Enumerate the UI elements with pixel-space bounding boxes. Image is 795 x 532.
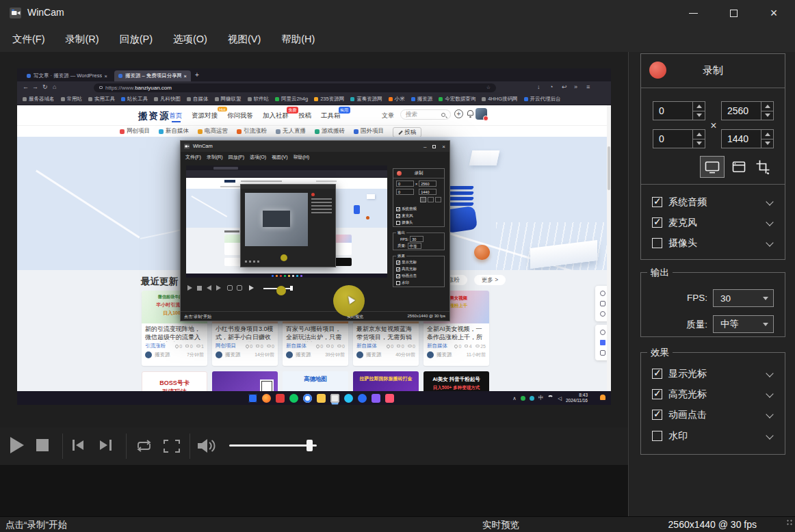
play-button[interactable] bbox=[10, 437, 24, 453]
menu-view[interactable]: 视图(V) bbox=[228, 33, 261, 46]
nav-active-underline bbox=[172, 121, 181, 122]
fps-select[interactable]: 30 bbox=[713, 289, 774, 307]
record-button[interactable]: 录制 bbox=[641, 54, 785, 88]
tray-expand-icon: ∧ bbox=[512, 395, 517, 401]
volume-slider-thumb[interactable] bbox=[307, 440, 313, 451]
search-icon bbox=[441, 113, 445, 117]
source-microphone[interactable]: 麦克风 bbox=[641, 214, 785, 232]
quality-select[interactable]: 中等 bbox=[713, 315, 774, 333]
close-button[interactable]: × bbox=[758, 0, 790, 26]
animate-click-checkbox[interactable] bbox=[652, 410, 662, 420]
taskbar-app-icon bbox=[303, 394, 312, 403]
nested-wincam-window: WinCam –× 文件(F)录制(R)回放(P) 选项(O)视图(V)帮助(H… bbox=[180, 140, 450, 321]
nested-effects-panel: 效果 显示光标 高亮光标 动画点击 水印 bbox=[393, 256, 445, 287]
taskbar-app-icon bbox=[344, 394, 353, 403]
extension-icon: ◔ bbox=[549, 83, 553, 90]
live-preview[interactable]: 写文章 · 搬资源 — WordPress × 搬资源 – 免费项目分享网 × … bbox=[17, 68, 611, 405]
effect-highlight-cursor[interactable]: 高亮光标 bbox=[641, 386, 785, 403]
history-icon: ↩ bbox=[562, 83, 567, 90]
menu-help[interactable]: 帮助(H) bbox=[281, 33, 315, 46]
system-audio-checkbox[interactable] bbox=[652, 197, 662, 207]
monitor-icon bbox=[704, 160, 720, 174]
chevron-down-icon[interactable] bbox=[766, 410, 773, 418]
recent-title: 最近更新 bbox=[141, 276, 178, 288]
mode-crop-button[interactable] bbox=[752, 156, 773, 178]
volume-slider-track[interactable] bbox=[229, 444, 317, 447]
nested-output-panel: 输出 FPS:30 质量:中等 bbox=[393, 232, 445, 250]
effect-watermark[interactable]: 水印 bbox=[641, 427, 785, 445]
record-panel: 录制 × bbox=[640, 53, 785, 260]
region-height-input[interactable] bbox=[721, 129, 774, 148]
menu-record[interactable]: 录制(R) bbox=[66, 33, 99, 46]
more-pill: 更多 > bbox=[474, 275, 506, 285]
pencil-icon bbox=[398, 130, 402, 134]
window-title: WinCam bbox=[27, 7, 64, 18]
resize-grip[interactable] bbox=[786, 519, 793, 526]
output-title: 输出 bbox=[647, 267, 673, 279]
chevron-down-icon[interactable] bbox=[766, 431, 773, 439]
browser-urlbar: ← → ↻ ⌂ https://www.banziyuan.com ☆ ↓ ◔ … bbox=[17, 81, 611, 94]
nested-preview-level2 bbox=[245, 193, 308, 246]
source-camera[interactable]: 摄像头 bbox=[641, 235, 785, 252]
watermark-checkbox[interactable] bbox=[652, 431, 662, 441]
chevron-down-icon[interactable] bbox=[766, 390, 773, 397]
mode-monitor-icon bbox=[420, 197, 426, 202]
skip-end-icon bbox=[216, 285, 221, 291]
author-avatar bbox=[286, 351, 293, 358]
download-icon: ↓ bbox=[537, 83, 540, 90]
menu-file[interactable]: 文件(F) bbox=[12, 33, 45, 46]
close-icon: × bbox=[442, 144, 445, 150]
menu-playback[interactable]: 回放(P) bbox=[120, 33, 153, 46]
chevron-down-icon[interactable] bbox=[766, 218, 773, 226]
menu-options[interactable]: 选项(O) bbox=[173, 33, 207, 46]
minimize-button[interactable] bbox=[677, 0, 709, 26]
show-cursor-checkbox[interactable] bbox=[652, 369, 662, 379]
notification-icon bbox=[600, 395, 605, 400]
chevron-down-icon[interactable] bbox=[766, 369, 773, 377]
highlight-cursor-checkbox[interactable] bbox=[652, 389, 662, 399]
spinner-arrows[interactable] bbox=[692, 102, 705, 120]
loop-button[interactable] bbox=[135, 439, 153, 453]
browser-tab: 写文章 · 搬资源 — WordPress × bbox=[23, 70, 112, 81]
camera-checkbox[interactable] bbox=[652, 238, 662, 248]
source-system-audio[interactable]: 系统音频 bbox=[641, 194, 785, 211]
url-field: https://www.banziyuan.com ☆ bbox=[94, 83, 496, 92]
mode-window-icon bbox=[428, 197, 434, 202]
maximize-icon bbox=[730, 10, 738, 17]
spinner-arrows[interactable] bbox=[761, 130, 773, 148]
folder-icon bbox=[317, 394, 326, 403]
microphone-checkbox[interactable] bbox=[652, 217, 662, 228]
home-icon: ⌂ bbox=[53, 83, 56, 90]
grid-icon bbox=[600, 340, 605, 345]
mode-monitor-button[interactable] bbox=[700, 156, 725, 178]
desktop-taskbar: ∧ 中 ◁ 8:432024/11/16 bbox=[17, 391, 611, 405]
region-x-input[interactable] bbox=[653, 101, 705, 120]
effect-show-cursor[interactable]: 显示光标 bbox=[641, 365, 785, 383]
region-width-input[interactable] bbox=[721, 101, 774, 120]
chevron-down-icon[interactable] bbox=[766, 198, 773, 205]
app-icon bbox=[10, 8, 21, 18]
volume-button[interactable] bbox=[196, 438, 217, 454]
taskbar-app-icon bbox=[276, 394, 285, 403]
spinner-arrows[interactable] bbox=[692, 130, 705, 148]
author-avatar bbox=[427, 351, 434, 358]
taskbar-clock: 8:432024/11/16 bbox=[566, 393, 588, 403]
region-y-input[interactable] bbox=[653, 129, 705, 148]
mode-window-button[interactable] bbox=[728, 156, 749, 178]
hero-cube bbox=[469, 150, 500, 165]
spinner-arrows[interactable] bbox=[761, 102, 773, 120]
titlebar: WinCam × bbox=[0, 0, 795, 26]
effect-animate-click[interactable]: 动画点击 bbox=[641, 406, 785, 424]
fullscreen-button[interactable] bbox=[163, 439, 181, 453]
search-category: 文章 bbox=[382, 111, 394, 120]
wincam-window: WinCam × 文件(F) 录制(R) 回放(P) 选项(O) 视图(V) 帮… bbox=[0, 0, 795, 532]
chevron-down-icon[interactable] bbox=[766, 239, 773, 246]
maximize-button[interactable] bbox=[718, 0, 749, 26]
taskbar-app-icon bbox=[385, 394, 394, 403]
stop-button[interactable] bbox=[36, 439, 49, 451]
author-avatar bbox=[356, 351, 363, 358]
app-menu-icon: ≡ bbox=[586, 83, 590, 90]
back-icon: ← bbox=[23, 83, 29, 90]
bookmark-star-icon: ☆ bbox=[486, 85, 491, 90]
submit-plus-icon: + bbox=[454, 109, 463, 118]
